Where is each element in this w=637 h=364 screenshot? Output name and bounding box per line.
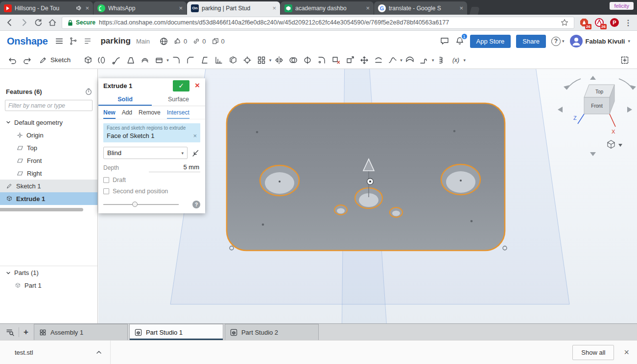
chevron-down-icon[interactable] xyxy=(6,271,11,275)
close-downloads-bar-icon[interactable]: × xyxy=(624,347,629,358)
rotate-cw-arrow[interactable] xyxy=(619,79,633,90)
tab-part-studio-1[interactable]: Part Studio 1 xyxy=(129,324,223,340)
regen-timer-icon[interactable] xyxy=(85,88,93,95)
document-title[interactable]: parking xyxy=(100,36,130,46)
fillet-button[interactable] xyxy=(170,53,183,67)
rotate-up-arrow[interactable] xyxy=(590,76,596,80)
help-icon[interactable]: ? xyxy=(192,201,200,208)
browser-tab-translate[interactable]: G translate - Google S × xyxy=(374,1,467,15)
notifications-bell[interactable]: 1 xyxy=(455,36,465,46)
scope-add[interactable]: Add xyxy=(122,106,132,119)
security-status[interactable]: Secure xyxy=(67,19,95,26)
hamburger-menu-icon[interactable] xyxy=(55,37,64,46)
rotate-left-arrow[interactable] xyxy=(558,107,563,113)
add-element-button[interactable]: + xyxy=(24,327,28,337)
replace-face-button[interactable] xyxy=(372,53,385,67)
extension-adblock-icon[interactable]: 26 xyxy=(579,17,590,28)
close-tab-icon[interactable]: × xyxy=(459,5,463,11)
back-button[interactable] xyxy=(5,18,15,27)
part-list-item[interactable]: Part 1 xyxy=(0,279,97,291)
likes-stat[interactable]: 0 xyxy=(174,37,187,45)
flip-direction-button[interactable] xyxy=(191,149,200,158)
modify-fillet-button[interactable] xyxy=(315,53,328,67)
close-tab-icon[interactable]: × xyxy=(366,5,370,11)
scope-intersect[interactable]: Intersect xyxy=(167,106,189,119)
confirm-button[interactable]: ✓ xyxy=(173,80,189,91)
tab-assembly-1[interactable]: Assembly 1 xyxy=(34,324,128,340)
enclose-button[interactable] xyxy=(152,53,165,67)
tree-item-right-plane[interactable]: Right xyxy=(0,167,97,180)
extension-adblock-plus-icon[interactable]: 26 xyxy=(594,17,605,28)
app-store-button[interactable]: App Store xyxy=(470,35,511,48)
tab-solid[interactable]: Solid xyxy=(98,93,152,106)
transparency-slider[interactable] xyxy=(103,204,179,205)
move-face-button[interactable] xyxy=(343,53,356,67)
add-custom-feature-button[interactable] xyxy=(618,53,631,67)
second-end-option[interactable]: Second end position xyxy=(103,188,200,195)
feature-filter-input[interactable] xyxy=(5,100,93,111)
tree-item-front-plane[interactable]: Front xyxy=(0,154,97,167)
links-stat[interactable]: 0 xyxy=(192,37,206,45)
history-icon[interactable] xyxy=(83,37,92,46)
undo-button[interactable] xyxy=(6,53,19,67)
tree-item-default-geometry[interactable]: Default geometry xyxy=(0,116,97,129)
redo-button[interactable] xyxy=(20,53,33,67)
cancel-button[interactable]: × xyxy=(191,80,203,91)
chevron-down-icon[interactable]: ▾ xyxy=(166,58,169,63)
thicken-button[interactable] xyxy=(138,53,151,67)
split-button[interactable] xyxy=(301,53,314,67)
sweep-button[interactable] xyxy=(110,53,123,67)
help-menu[interactable]: ? ▾ xyxy=(551,37,565,46)
tree-item-origin[interactable]: Origin xyxy=(0,129,97,141)
tab-surface[interactable]: Surface xyxy=(152,93,205,106)
depth-input[interactable]: 5 mm xyxy=(149,163,200,172)
versions-icon[interactable] xyxy=(69,37,78,46)
new-tab-button[interactable] xyxy=(470,7,480,15)
browser-tab-youtube[interactable]: Hillsong - De Tou × xyxy=(0,1,93,15)
tab-part-studio-2[interactable]: Part Studio 2 xyxy=(225,324,319,340)
view-cube[interactable]: Top Front Z X xyxy=(558,76,636,156)
rotate-right-arrow[interactable] xyxy=(627,107,632,113)
features-horizontal-scrollbar[interactable] xyxy=(0,208,83,211)
comments-icon[interactable] xyxy=(440,36,449,46)
draft-option[interactable]: Draft xyxy=(103,177,200,183)
workspace-name[interactable]: Main xyxy=(136,38,150,45)
transform-button[interactable] xyxy=(357,53,371,67)
helix-button[interactable] xyxy=(435,53,448,67)
view-options-button[interactable] xyxy=(608,140,622,148)
mirror-button[interactable] xyxy=(272,53,285,67)
sketch-point[interactable] xyxy=(471,220,473,223)
extension-pinterest-icon[interactable]: P xyxy=(609,17,620,28)
chevron-down-icon[interactable]: ▾ xyxy=(432,58,434,63)
user-menu[interactable]: Fablab Kivuli ▾ xyxy=(570,35,630,47)
bookmark-star-icon[interactable] xyxy=(560,18,569,27)
linear-pattern-button[interactable] xyxy=(255,53,268,67)
hole-small-left[interactable] xyxy=(334,205,347,215)
parts-section-header[interactable]: Parts (1) xyxy=(0,266,97,279)
close-tab-icon[interactable]: × xyxy=(272,5,276,11)
onshape-logo[interactable]: Onshape xyxy=(7,36,47,47)
tree-item-sketch-1[interactable]: Sketch 1 xyxy=(0,180,97,192)
download-item[interactable]: test.stl xyxy=(0,341,111,364)
rib-button[interactable] xyxy=(212,53,226,67)
extrude-button[interactable] xyxy=(81,53,94,67)
copies-stat[interactable]: 0 xyxy=(212,37,225,45)
chevron-down-icon[interactable]: ▾ xyxy=(400,58,402,63)
hole-large-left[interactable] xyxy=(260,165,299,196)
scope-new[interactable]: New xyxy=(103,106,116,119)
browser-tab-academany[interactable]: academany dashbo × xyxy=(281,1,374,15)
reload-button[interactable] xyxy=(33,18,43,27)
second-end-checkbox[interactable] xyxy=(103,188,109,194)
browser-tab-whatsapp[interactable]: WhatsApp × xyxy=(94,1,187,15)
chevron-down-icon[interactable]: ▾ xyxy=(269,58,272,63)
rotate-down-arrow[interactable] xyxy=(590,152,596,156)
shell-button[interactable] xyxy=(227,53,240,67)
end-type-select[interactable]: Blind ▾ xyxy=(103,147,188,159)
address-bar[interactable]: Secure https://cad.onshape.com/documents… xyxy=(62,17,574,29)
sketch-point[interactable] xyxy=(262,224,264,226)
faces-selection-field[interactable]: Faces and sketch regions to extrude Face… xyxy=(103,123,200,142)
browser-menu-icon[interactable]: ⋮ xyxy=(624,18,632,27)
tree-item-top-plane[interactable]: Top xyxy=(0,141,97,154)
clear-selection-icon[interactable]: × xyxy=(193,132,197,139)
element-search-icon[interactable] xyxy=(5,328,14,337)
